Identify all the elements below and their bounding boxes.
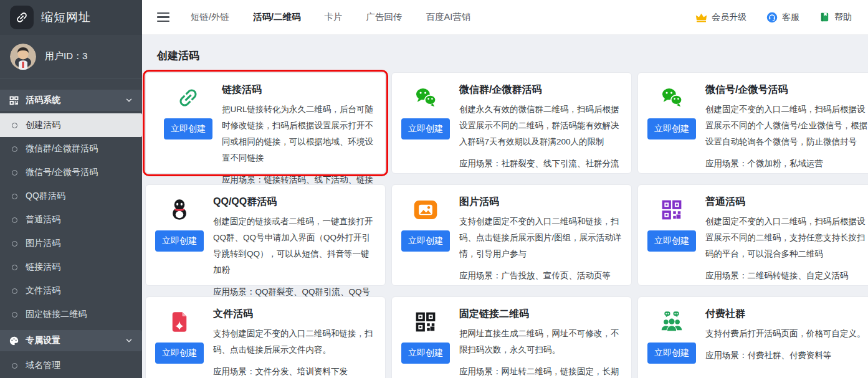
- sidebar-menu: 活码系统 创建活码 微信群/企微群活码 微信号/企微号活码 QQ群活码: [0, 78, 142, 378]
- qr-code-icon: [9, 95, 19, 106]
- user-info: 用户ID：3: [0, 35, 142, 78]
- chevron-down-icon: [125, 96, 133, 105]
- menu-group-label: 活码系统: [26, 95, 60, 106]
- create-now-button[interactable]: 立即创建: [155, 343, 204, 364]
- tab-live-code-qr[interactable]: 活码/二维码: [253, 11, 301, 23]
- card-use-cases: 应用场景：付费社群、付费资料等: [705, 350, 868, 361]
- bullet-icon: [12, 217, 17, 223]
- user-id-label: 用户ID：3: [45, 50, 87, 62]
- sidebar-item-wechat-group-code[interactable]: 微信群/企微群活码: [0, 137, 142, 161]
- menu-group-live-code-system[interactable]: 活码系统: [0, 90, 142, 111]
- headset-icon: [766, 12, 778, 23]
- card-use-cases: 应用场景：社群裂变、线下引流、社群分流: [459, 158, 622, 169]
- sidebar-item-label: 链接活码: [26, 262, 60, 273]
- card-use-cases: 应用场景：个微加粉，私域运营: [705, 158, 868, 169]
- bullet-icon: [12, 123, 17, 128]
- sidebar-item-label: 文件活码: [26, 285, 60, 296]
- card-title: 付费社群: [705, 308, 868, 321]
- create-now-button[interactable]: 立即创建: [401, 230, 450, 252]
- pdf-file-icon: [167, 309, 192, 334]
- sidebar-item-qq-group-code[interactable]: QQ群活码: [0, 184, 142, 208]
- customer-support-link[interactable]: 客服: [766, 12, 799, 23]
- menu-group-exclusive-settings[interactable]: 专属设置: [0, 330, 142, 351]
- logo[interactable]: 缩短网址: [0, 0, 142, 35]
- nav-right: 会员升级 客服: [695, 12, 852, 23]
- card-title: 链接活码: [222, 83, 376, 97]
- card-use-cases: 应用场景：广告投放、宣传页、活动页等: [459, 270, 622, 281]
- card-description: 把网址直接生成二维码，网址不可修改，不限扫码次数，永久可扫码。: [459, 326, 622, 358]
- link-icon: [176, 85, 201, 110]
- card-use-cases: 应用场景：二维码转链接、自定义活码: [705, 270, 868, 281]
- card-qq-group-code: 立即创建 QQ/QQ群活码 创建固定的链接或者二维码，一键直接打开QQ群、QQ号…: [145, 184, 386, 286]
- wechat-icon: [413, 85, 438, 110]
- member-upgrade-link[interactable]: 会员升级: [695, 12, 746, 23]
- tab-cards[interactable]: 卡片: [325, 11, 343, 23]
- sidebar-item-link-live-code[interactable]: 链接活码: [0, 255, 142, 279]
- create-now-button[interactable]: 立即创建: [647, 343, 696, 364]
- bullet-icon: [12, 146, 17, 152]
- card-description: 创建固定不变的入口二维码，扫码后根据设置展示不同的个人微信号/企业微信号，根据设…: [705, 102, 868, 150]
- sidebar-item-file-live-code[interactable]: 文件活码: [0, 279, 142, 303]
- card-description: 支持创建固定不变的入口二维码和链接，扫码、点击链接后展示图片/图组，展示活动详情…: [459, 214, 622, 262]
- create-now-button[interactable]: 立即创建: [155, 230, 204, 252]
- qr-dark-icon: [413, 309, 438, 334]
- bullet-icon: [12, 194, 17, 199]
- card-title: 图片活码: [459, 196, 622, 209]
- app-title: 缩短网址: [41, 9, 91, 26]
- chevron-down-icon: [125, 336, 133, 345]
- tab-short-links[interactable]: 短链/外链: [191, 11, 229, 23]
- card-title: 固定链接二维码: [459, 308, 622, 321]
- link-logo-icon: [10, 6, 34, 29]
- create-now-button[interactable]: 立即创建: [164, 118, 212, 139]
- sidebar-item-label: QQ群活码: [26, 191, 65, 202]
- help-link[interactable]: 帮助: [819, 12, 852, 23]
- hamburger-menu-icon[interactable]: [157, 12, 169, 22]
- top-navigation: 短链/外链 活码/二维码 卡片 广告回传 百度AI营销 会员升级: [142, 0, 868, 35]
- sidebar-item-domain-management[interactable]: 域名管理: [0, 354, 142, 377]
- create-now-button[interactable]: 立即创建: [401, 343, 450, 364]
- bullet-icon: [12, 288, 17, 294]
- card-title: QQ/QQ群活码: [213, 196, 376, 209]
- create-now-button[interactable]: 立即创建: [401, 118, 450, 139]
- sidebar-item-fixed-link-qr[interactable]: 固定链接二维码: [0, 303, 142, 326]
- image-icon: [413, 197, 438, 222]
- sidebar-item-label: 域名管理: [26, 360, 60, 371]
- sidebar-item-create-live-code[interactable]: 创建活码: [0, 113, 142, 137]
- create-now-button[interactable]: 立即创建: [647, 118, 696, 139]
- card-fixed-link-qr: 立即创建 固定链接二维码 把网址直接生成二维码，网址不可修改，不限扫码次数，永久…: [391, 296, 632, 378]
- crown-icon: [695, 12, 707, 22]
- card-title: 微信群/企微群活码: [459, 83, 622, 97]
- tab-baidu-ai-marketing[interactable]: 百度AI营销: [426, 11, 471, 23]
- card-description: 支持付费后打开活码页面，价格可自定义。: [705, 326, 868, 342]
- sidebar-item-label: 固定链接二维码: [26, 309, 87, 320]
- card-description: 创建固定的链接或者二维码，一键直接打开QQ群、QQ号申请加入界面（QQ外打开引导…: [213, 214, 376, 278]
- sidebar-item-label: 普通活码: [26, 214, 60, 225]
- sidebar-item-label: 微信号/企微号活码: [26, 167, 98, 178]
- sidebar-item-wechat-account-code[interactable]: 微信号/企微号活码: [0, 161, 142, 184]
- card-description: 创建固定不变的入口二维码，扫码后根据设置展示不同的二维码，支持任意支持长按扫码的…: [705, 214, 868, 262]
- tab-ad-callback[interactable]: 广告回传: [366, 11, 403, 23]
- create-now-button[interactable]: 立即创建: [647, 230, 696, 252]
- sidebar-item-label: 微信群/企微群活码: [26, 143, 98, 154]
- card-description: 把URL链接转化为永久二维码，后台可随时修改链接，扫码后根据设置展示打开不同或相…: [222, 102, 376, 166]
- sidebar-item-label: 图片活码: [26, 238, 60, 249]
- card-normal-live-code: 立即创建 普通活码 创建固定不变的入口二维码，扫码后根据设置展示不同的二维码，支…: [637, 184, 868, 286]
- page-title: 创建活码: [157, 49, 868, 63]
- card-title: 文件活码: [213, 308, 376, 321]
- app-window: 缩短网址 用户ID：3: [0, 0, 868, 378]
- qr-purple-icon: [659, 197, 684, 222]
- palette-icon: [9, 336, 19, 346]
- sidebar-item-label: 创建活码: [26, 120, 60, 131]
- card-title: 微信号/企微号活码: [705, 83, 868, 97]
- card-use-cases: 应用场景：文件分发、培训资料下发: [213, 366, 376, 377]
- nav-tabs: 短链/外链 活码/二维码 卡片 广告回传 百度AI营销: [191, 11, 470, 23]
- sidebar-item-image-live-code[interactable]: 图片活码: [0, 232, 142, 255]
- user-avatar: [10, 44, 36, 70]
- wechat-icon: [659, 85, 684, 110]
- card-link-live-code: 立即创建 链接活码 把URL链接转化为永久二维码，后台可随时修改链接，扫码后根据…: [145, 72, 386, 174]
- sidebar: 缩短网址 用户ID：3: [0, 0, 142, 378]
- card-description: 支持创建固定不变的入口二维码和链接，扫码、点击链接后展示文件内容。: [213, 326, 376, 358]
- menu-group-label: 专属设置: [26, 335, 60, 346]
- paid-group-icon: [659, 309, 684, 334]
- sidebar-item-normal-live-code[interactable]: 普通活码: [0, 208, 142, 232]
